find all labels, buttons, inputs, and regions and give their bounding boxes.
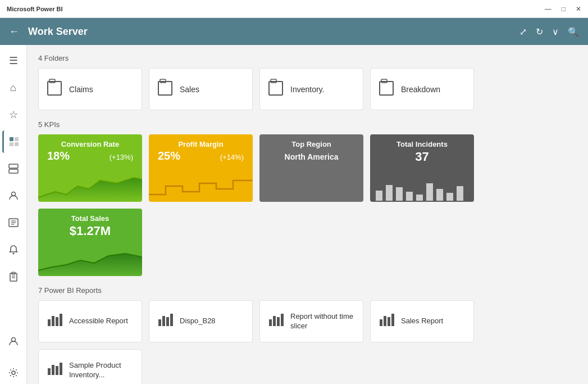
- report-name: Sample Product Inventory...: [69, 361, 134, 380]
- dropdown-icon[interactable]: ∨: [552, 26, 559, 37]
- svg-rect-4: [9, 164, 18, 168]
- sidebar-item-home[interactable]: ⌂: [2, 76, 25, 99]
- svg-rect-33: [436, 189, 443, 201]
- svg-rect-40: [60, 314, 62, 326]
- kpi-title: Conversion Rate: [45, 140, 135, 148]
- nav-actions: ⤢ ↻ ∨ 🔍: [519, 26, 579, 37]
- folder-icon: [379, 78, 394, 100]
- expand-icon[interactable]: ⤢: [519, 26, 527, 37]
- report-card-sample-product[interactable]: Sample Product Inventory...: [38, 349, 142, 384]
- sidebar-item-profile[interactable]: [2, 330, 25, 353]
- folder-icon: [47, 78, 62, 100]
- svg-rect-22: [269, 82, 282, 95]
- kpi-value: 37: [377, 150, 467, 164]
- svg-rect-43: [166, 317, 169, 326]
- svg-rect-35: [457, 186, 463, 201]
- minimize-button[interactable]: —: [545, 5, 551, 13]
- search-icon[interactable]: 🔍: [568, 26, 579, 37]
- kpi-title: Profit Margin: [156, 140, 246, 148]
- kpi-value: $1.27M: [45, 224, 135, 238]
- report-card-dispo[interactable]: Dispo_B28: [149, 300, 253, 342]
- svg-rect-41: [158, 319, 161, 326]
- folder-card-breakdown[interactable]: Breakdown: [370, 68, 474, 110]
- svg-rect-56: [60, 363, 62, 375]
- svg-rect-50: [384, 316, 386, 326]
- svg-rect-30: [406, 192, 413, 201]
- sidebar-item-reports[interactable]: [2, 130, 25, 153]
- folders-section-label: 4 Folders: [38, 54, 577, 62]
- report-card-accessible[interactable]: Accessible Report: [38, 300, 142, 342]
- folder-name: Claims: [69, 85, 93, 94]
- title-bar: Microsoft Power BI — □ ✕: [0, 0, 588, 18]
- report-name: Sales Report: [401, 317, 443, 326]
- main-content: 4 Folders Claims Sales Inventory.: [27, 45, 588, 384]
- folder-icon: [157, 78, 173, 100]
- kpi-title: Top Region: [266, 140, 357, 148]
- kpi-card-total-sales[interactable]: Total Sales $1.27M: [38, 209, 142, 276]
- svg-point-11: [12, 253, 14, 255]
- close-button[interactable]: ✕: [576, 5, 581, 13]
- kpis-section-label: 5 KPIs: [38, 120, 577, 129]
- kpi-sub: (+14%): [220, 153, 244, 161]
- svg-marker-26: [38, 178, 142, 202]
- folder-card-claims[interactable]: Claims: [38, 68, 142, 110]
- svg-marker-36: [38, 254, 142, 276]
- folder-name: Inventory.: [290, 85, 324, 94]
- kpis-row: Conversion Rate 18% (+13%) Profit Margin…: [38, 134, 577, 276]
- svg-rect-1: [15, 137, 19, 141]
- svg-rect-34: [446, 193, 453, 201]
- kpi-value: 25%: [158, 150, 180, 162]
- report-chart-icon: [379, 311, 394, 331]
- folder-card-inventory[interactable]: Inventory.: [259, 68, 363, 110]
- sidebar-item-settings[interactable]: [2, 362, 25, 384]
- svg-rect-24: [380, 82, 393, 95]
- report-card-no-slicer[interactable]: Report without time slicer: [259, 300, 363, 342]
- report-chart-icon: [157, 311, 173, 331]
- sidebar-item-people[interactable]: [2, 184, 25, 207]
- sidebar-item-menu[interactable]: ☰: [2, 49, 25, 72]
- back-button[interactable]: ←: [9, 26, 19, 38]
- kpi-value: 18%: [47, 150, 70, 162]
- kpi-card-conversion-rate[interactable]: Conversion Rate 18% (+13%): [38, 134, 142, 202]
- svg-rect-52: [391, 314, 394, 326]
- svg-rect-20: [158, 82, 172, 95]
- kpi-sub: (+13%): [110, 153, 133, 161]
- kpi-title: Total Incidents: [377, 140, 467, 148]
- app-title: Microsoft Power BI: [7, 6, 545, 12]
- sidebar-item-workspaces[interactable]: [2, 157, 25, 180]
- report-name: Dispo_B28: [180, 317, 216, 326]
- report-chart-icon: [47, 311, 62, 331]
- svg-rect-3: [15, 142, 19, 146]
- svg-rect-32: [426, 183, 433, 201]
- svg-rect-44: [170, 314, 173, 326]
- svg-point-17: [12, 371, 15, 374]
- svg-rect-28: [386, 185, 393, 201]
- sidebar-item-favorites[interactable]: ☆: [2, 103, 25, 126]
- svg-rect-46: [273, 316, 276, 326]
- svg-rect-18: [48, 82, 61, 95]
- kpi-title: Total Sales: [45, 214, 135, 223]
- svg-rect-51: [388, 317, 390, 326]
- svg-rect-54: [52, 365, 54, 375]
- folder-card-sales[interactable]: Sales: [149, 68, 253, 110]
- refresh-icon[interactable]: ↻: [536, 26, 543, 37]
- maximize-button[interactable]: □: [562, 5, 566, 13]
- reports-section-label: 7 Power BI Reports: [38, 286, 577, 295]
- svg-rect-49: [380, 319, 382, 326]
- top-nav: ← Work Server ⤢ ↻ ∨ 🔍: [0, 18, 588, 45]
- report-name: Report without time slicer: [290, 312, 355, 331]
- report-card-sales-report[interactable]: Sales Report: [370, 300, 474, 342]
- sidebar-item-content[interactable]: [2, 211, 25, 234]
- folders-row: Claims Sales Inventory. Breakdown: [38, 68, 577, 110]
- kpi-card-profit-margin[interactable]: Profit Margin 25% (+14%): [149, 134, 253, 202]
- sidebar-item-clipboard[interactable]: [2, 265, 25, 288]
- svg-rect-37: [48, 319, 51, 326]
- report-chart-icon: [47, 360, 62, 380]
- sidebar-item-notifications[interactable]: [2, 238, 25, 261]
- svg-rect-2: [10, 142, 13, 146]
- folder-icon: [268, 78, 284, 100]
- svg-rect-42: [162, 316, 165, 326]
- kpi-card-top-region[interactable]: Top Region North America: [259, 134, 363, 202]
- kpi-card-total-incidents[interactable]: Total Incidents 37: [370, 134, 474, 202]
- folder-name: Sales: [180, 85, 199, 94]
